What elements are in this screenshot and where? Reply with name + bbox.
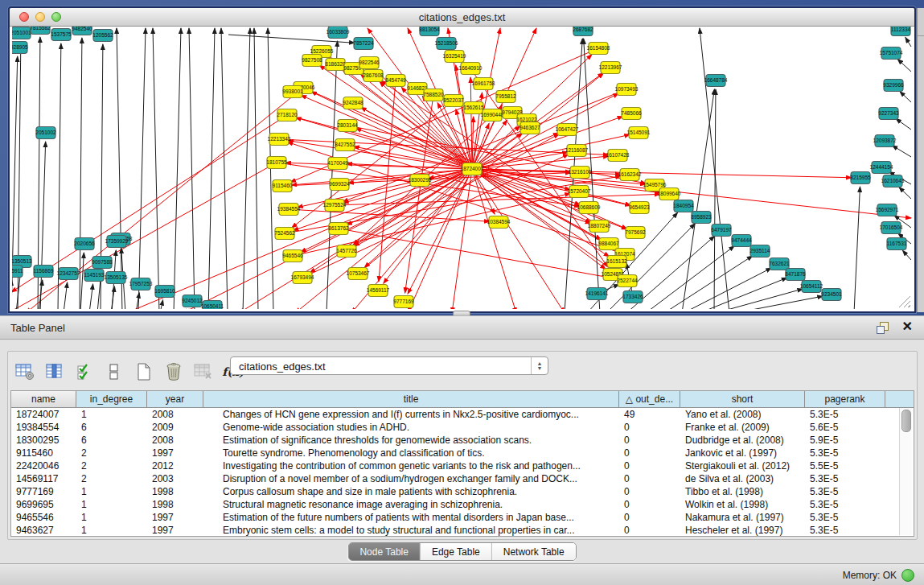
column-header-short[interactable]: short: [680, 391, 805, 407]
graph-node[interactable]: 1695810: [154, 286, 175, 298]
table-settings-icon[interactable]: [14, 361, 35, 382]
graph-node[interactable]: 17957253: [129, 278, 153, 290]
column-header-out_degree[interactable]: △ out_de...: [619, 391, 680, 407]
graph-node[interactable]: 9938001: [282, 86, 303, 98]
graph-node[interactable]: 1537575: [51, 29, 72, 41]
graph-node[interactable]: 16154808: [587, 43, 610, 55]
graph-node[interactable]: 9827508: [302, 55, 322, 67]
graph-node[interactable]: 9463627: [519, 122, 540, 134]
new-attribute-icon[interactable]: [133, 361, 154, 382]
graph-node[interactable]: 1156869: [34, 266, 54, 278]
graph-node[interactable]: 18807249: [588, 220, 611, 233]
delete-table-icon[interactable]: [193, 361, 214, 382]
close-panel-icon[interactable]: ✕: [902, 319, 913, 334]
table-row[interactable]: 977716911998Corpus callosum shape and si…: [11, 485, 914, 498]
graph-node[interactable]: 12213967: [599, 62, 622, 74]
graph-node[interactable]: 2803144: [337, 120, 358, 132]
column-icon[interactable]: [44, 361, 65, 382]
network-canvas[interactable]: 1872400715226055982750881863289827504982…: [12, 27, 912, 309]
graph-node[interactable]: 16162342: [618, 169, 642, 181]
graph-node[interactable]: 8454749: [385, 75, 406, 87]
graph-node[interactable]: 15218506: [435, 38, 458, 50]
graph-node[interactable]: 10650411: [201, 301, 224, 310]
column-header-title[interactable]: title: [203, 391, 619, 407]
graph-node[interactable]: 15145091: [627, 127, 651, 139]
graph-node[interactable]: 2020656: [74, 238, 95, 250]
table-row[interactable]: 1830029562008Estimation of significance …: [11, 434, 914, 447]
graph-node[interactable]: 16107428: [606, 150, 630, 162]
graph-node[interactable]: 12975524: [323, 200, 347, 212]
float-panel-icon[interactable]: [877, 322, 889, 333]
table-row[interactable]: 1938455462009Genome-wide association stu…: [11, 421, 914, 434]
graph-node[interactable]: 2867608: [363, 70, 384, 82]
graph-node[interactable]: 13216100: [569, 167, 592, 179]
graph-node[interactable]: 9234501: [821, 289, 842, 301]
graph-node[interactable]: 1167531: [887, 238, 907, 250]
graph-node[interactable]: 9115460: [273, 180, 293, 192]
graph-node[interactable]: 14569117: [367, 285, 390, 297]
graph-node[interactable]: 8522037: [443, 95, 464, 107]
graph-node[interactable]: 15751074: [880, 47, 903, 60]
graph-node[interactable]: 17016504: [880, 222, 903, 234]
graph-node[interactable]: 16961758: [472, 78, 495, 90]
delete-attribute-icon[interactable]: [163, 361, 184, 382]
graph-node[interactable]: 8958923: [691, 212, 712, 224]
graph-node[interactable]: 9699324: [329, 179, 350, 191]
tab-edge-table[interactable]: Edge Table: [421, 543, 492, 560]
graph-node[interactable]: 10384594: [487, 216, 511, 229]
graph-node[interactable]: 1733426: [622, 291, 643, 303]
graph-node[interactable]: 9245012: [182, 295, 203, 307]
table-row[interactable]: 946554611997Estimation of the future num…: [11, 511, 914, 524]
table-row[interactable]: 946362711997Embryonic stem cells: a mode…: [11, 524, 914, 537]
graph-node[interactable]: 15692971: [876, 204, 899, 216]
tab-node-table[interactable]: Node Table: [348, 543, 421, 560]
graph-node[interactable]: 9227343: [878, 108, 899, 120]
graph-node[interactable]: 7524562: [274, 228, 295, 240]
graph-node[interactable]: 8928905: [12, 42, 28, 54]
graph-node[interactable]: 8471876: [785, 269, 806, 281]
graph-node[interactable]: 8186328: [325, 59, 346, 71]
memory-status-icon[interactable]: [901, 569, 914, 582]
table-row[interactable]: 911546021997Tourette syndrome. Phenomeno…: [11, 447, 914, 459]
graph-node[interactable]: 7975692: [625, 227, 646, 239]
graph-node[interactable]: 6479197: [711, 225, 732, 237]
graph-node[interactable]: 7955812: [495, 91, 516, 103]
graph-node[interactable]: 9097588: [92, 257, 113, 269]
graph-node[interactable]: 9777169: [393, 296, 414, 308]
table-row[interactable]: 1456911722003Disruption of a novel membe…: [11, 472, 914, 485]
table-selector-dropdown[interactable]: citations_edges.txt ▲▼: [230, 356, 548, 375]
graph-node[interactable]: 1615132: [606, 256, 627, 268]
graph-node[interactable]: 12444154: [870, 162, 893, 174]
graph-node[interactable]: 8215955: [850, 172, 871, 184]
graph-node[interactable]: 1205562: [92, 30, 113, 42]
tab-network-table[interactable]: Network Table: [492, 543, 576, 560]
graph-node[interactable]: 7485066: [621, 108, 642, 120]
graph-node[interactable]: 1457726: [336, 245, 357, 257]
graph-node[interactable]: 16325419: [443, 51, 466, 63]
graph-node[interactable]: 16990448: [481, 109, 504, 122]
graph-node[interactable]: 2718120: [277, 109, 298, 122]
table-row[interactable]: 969969511998Structural magnetic resonanc…: [11, 498, 914, 511]
graph-node[interactable]: 12342757: [57, 268, 80, 280]
graph-node[interactable]: 9654923: [629, 202, 650, 214]
column-header-pagerank[interactable]: pagerank: [805, 391, 885, 407]
column-header-name[interactable]: name: [11, 391, 76, 407]
graph-node[interactable]: 10973493: [615, 84, 639, 96]
graph-node[interactable]: 12093872: [873, 135, 897, 147]
scrollbar-thumb[interactable]: [901, 410, 911, 432]
graph-node[interactable]: 1112334: [891, 27, 911, 36]
graph-node[interactable]: 4170049: [327, 158, 348, 170]
graph-node[interactable]: 12116087: [565, 145, 589, 157]
table-row[interactable]: 2242004622012Investigating the contribut…: [11, 459, 914, 472]
graph-node[interactable]: 2522744: [617, 275, 638, 287]
graph-node[interactable]: 8613762: [328, 223, 349, 235]
graph-node[interactable]: 7857224: [353, 38, 374, 50]
column-header-year[interactable]: year: [147, 391, 203, 407]
row-select-icon[interactable]: [74, 361, 95, 382]
graph-node[interactable]: 9465546: [282, 250, 303, 262]
graph-node[interactable]: 18300295: [409, 175, 432, 187]
graph-node[interactable]: 17359929: [105, 236, 129, 248]
graph-node[interactable]: 19384554: [277, 204, 301, 216]
graph-node[interactable]: 10647427: [556, 124, 579, 136]
table-row[interactable]: 1872400712008Changes of HCN gene express…: [11, 408, 914, 421]
